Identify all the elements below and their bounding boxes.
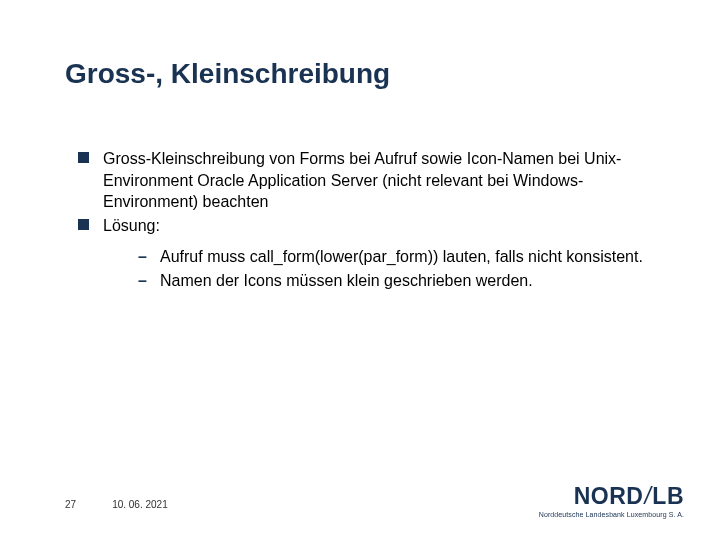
square-bullet-icon [78,219,89,230]
logo: NORD / LB Norddeutsche Landesbank Luxemb… [539,483,684,518]
bullet-text: Lösung: [103,215,660,237]
logo-brand-right: LB [652,483,684,510]
page-number: 27 [65,499,76,510]
logo-brand: NORD / LB [539,483,684,510]
sub-bullet-text: Namen der Icons müssen klein geschrieben… [160,270,660,292]
bullet-text: Gross-Kleinschreibung von Forms bei Aufr… [103,148,660,213]
sub-bullet-item: – Namen der Icons müssen klein geschrieb… [138,270,660,292]
dash-bullet-icon: – [138,246,150,268]
square-bullet-icon [78,152,89,163]
dash-bullet-icon: – [138,270,150,292]
logo-subtitle: Norddeutsche Landesbank Luxembourg S. A. [539,511,684,518]
slide-title: Gross-, Kleinschreibung [65,58,390,90]
bullet-item: Lösung: [78,215,660,237]
footer-date: 10. 06. 2021 [112,499,168,510]
footer: 27 10. 06. 2021 [65,499,168,510]
bullet-item: Gross-Kleinschreibung von Forms bei Aufr… [78,148,660,213]
sub-bullet-item: – Aufruf muss call_form(lower(par_form))… [138,246,660,268]
logo-brand-left: NORD [574,483,644,510]
sub-bullet-text: Aufruf muss call_form(lower(par_form)) l… [160,246,660,268]
sub-bullet-block: – Aufruf muss call_form(lower(par_form))… [138,246,660,291]
slide: Gross-, Kleinschreibung Gross-Kleinschre… [0,0,720,540]
slash-icon: / [644,483,651,510]
slide-body: Gross-Kleinschreibung von Forms bei Aufr… [78,148,660,294]
